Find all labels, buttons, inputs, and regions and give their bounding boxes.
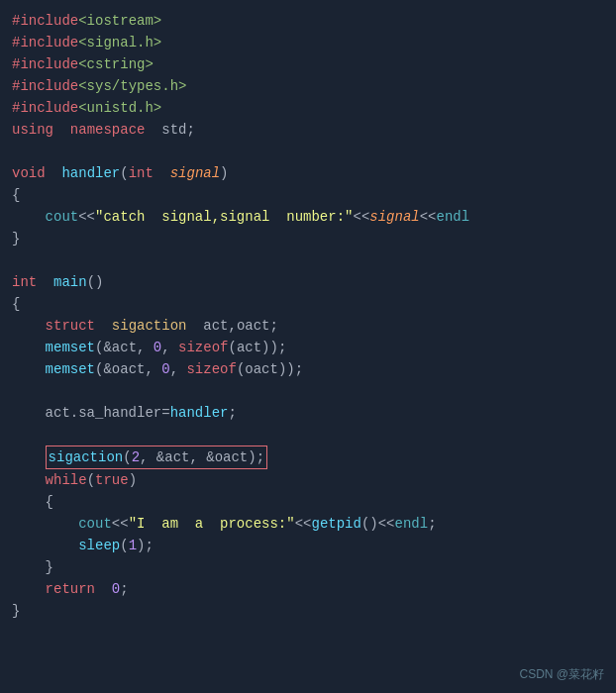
code-line-2: #include<signal.h>	[12, 32, 604, 53]
code-line-1: #include<iostream>	[12, 10, 604, 32]
code-line-14: {	[12, 293, 604, 315]
code-line-5: #include<unistd.h>	[12, 97, 604, 119]
code-line-8: void handler(int signal)	[12, 162, 604, 184]
code-line-26: }	[12, 556, 604, 578]
code-line-7	[12, 141, 604, 162]
code-line-10: cout<<"catch signal,signal number:"<<sig…	[12, 206, 604, 228]
code-line-6: using namespace std;	[12, 119, 604, 141]
code-line-17: memset(&oact, 0, sizeof(oact));	[12, 358, 604, 380]
code-line-9: {	[12, 184, 604, 206]
code-line-25: sleep(1);	[12, 535, 604, 556]
code-line-21: sigaction(2, &act, &oact);	[12, 446, 604, 469]
code-line-12	[12, 249, 604, 271]
code-line-24: cout<<"I am a process:"<<getpid()<<endl;	[12, 513, 604, 535]
code-line-15: struct sigaction act,oact;	[12, 315, 604, 337]
highlighted-sigaction: sigaction(2, &act, &oact);	[46, 446, 267, 469]
code-line-27: return 0;	[12, 578, 604, 600]
watermark: CSDN @菜花籽	[519, 666, 604, 683]
code-editor: #include<iostream> #include<signal.h> #i…	[0, 0, 616, 693]
code-line-23: {	[12, 491, 604, 513]
code-line-3: #include<cstring>	[12, 53, 604, 75]
code-line-11: }	[12, 228, 604, 249]
code-line-16: memset(&act, 0, sizeof(act));	[12, 337, 604, 358]
code-line-28: }	[12, 600, 604, 622]
code-line-4: #include<sys/types.h>	[12, 75, 604, 97]
code-line-18	[12, 380, 604, 402]
code-line-13: int main()	[12, 271, 604, 293]
code-line-19: act.sa_handler=handler;	[12, 402, 604, 424]
code-line-22: while(true)	[12, 469, 604, 491]
code-line-20	[12, 424, 604, 446]
